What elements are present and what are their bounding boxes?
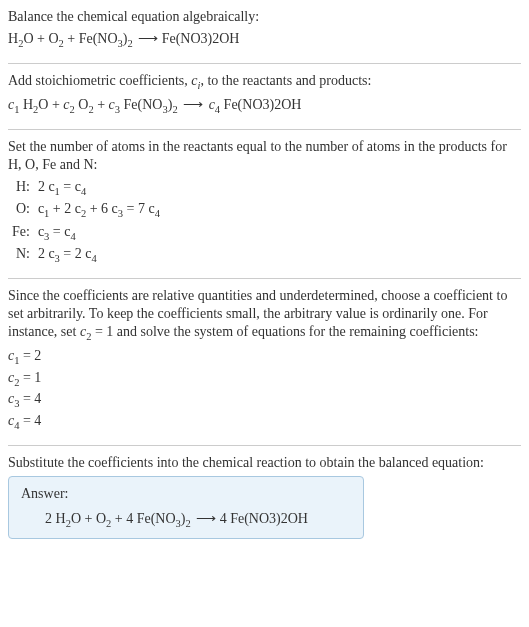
eq-part: + 6 c — [86, 201, 118, 216]
eq-part: + 2 c — [49, 201, 81, 216]
eq-part: Fe(NO3)2OH — [220, 97, 301, 112]
row-label: N: — [12, 245, 30, 265]
row-eq: c1 + 2 c2 + 6 c3 = 7 c4 — [38, 200, 521, 220]
row-label: H: — [12, 178, 30, 198]
section-stoichiometric: Add stoichiometric coefficients, ci, to … — [8, 63, 521, 125]
eq-arrow: ⟶ — [178, 97, 209, 112]
eq-sub: 2 — [185, 517, 190, 528]
eq-part: 2 c — [38, 246, 55, 261]
eq-sub: 2 — [127, 38, 132, 49]
eq-part: O + O — [23, 31, 58, 46]
section-answer: Substitute the coefficients into the che… — [8, 445, 521, 547]
eq-part: + 4 Fe(NO — [111, 511, 175, 526]
eq-sub: 2 — [172, 104, 177, 115]
eq-part: + — [94, 97, 109, 112]
coef-row: c2 = 1 — [8, 369, 521, 389]
eq-part: 2 H — [45, 511, 66, 526]
eq-part: Fe(NO — [120, 97, 162, 112]
text-part: Add stoichiometric coefficients, — [8, 73, 191, 88]
coef-value: = 1 — [19, 370, 41, 385]
eq-part: + Fe(NO — [64, 31, 118, 46]
row-eq: 2 c3 = 2 c4 — [38, 245, 521, 265]
eq-part: = 2 — [60, 246, 85, 261]
atom-equations-table: H: 2 c1 = c4 O: c1 + 2 c2 + 6 c3 = 7 c4 … — [12, 178, 521, 266]
section-atom-balance: Set the number of atoms in the reactants… — [8, 129, 521, 274]
eq-part: = — [49, 224, 64, 239]
coef-value: = 4 — [19, 391, 41, 406]
eq-part: 2 c — [38, 179, 55, 194]
row-eq: c3 = c4 — [38, 223, 521, 243]
atom-balance-intro: Set the number of atoms in the reactants… — [8, 138, 521, 174]
section-solve: Since the coefficients are relative quan… — [8, 278, 521, 442]
eq-sub: 4 — [81, 186, 86, 197]
row-label: O: — [12, 200, 30, 220]
coefficient-list: c1 = 2 c2 = 1 c3 = 4 c4 = 4 — [8, 347, 521, 432]
substitute-text: Substitute the coefficients into the che… — [8, 454, 521, 472]
answer-box: Answer: 2 H2O + O2 + 4 Fe(NO3)2 ⟶ 4 Fe(N… — [8, 476, 364, 539]
row-label: Fe: — [12, 223, 30, 243]
eq-sub: 4 — [155, 208, 160, 219]
coef-value: = 2 — [19, 348, 41, 363]
coef-row: c3 = 4 — [8, 390, 521, 410]
unbalanced-equation: H2O + O2 + Fe(NO3)2 ⟶ Fe(NO3)2OH — [8, 30, 521, 50]
eq-sub: 4 — [70, 231, 75, 242]
eq-part: O — [75, 97, 89, 112]
solve-text: Since the coefficients are relative quan… — [8, 287, 521, 344]
section-problem: Balance the chemical equation algebraica… — [8, 8, 521, 59]
coef-row: c1 = 2 — [8, 347, 521, 367]
balanced-equation: 2 H2O + O2 + 4 Fe(NO3)2 ⟶ 4 Fe(NO3)2OH — [21, 510, 351, 530]
coef-value: = 4 — [19, 413, 41, 428]
eq-part: H — [8, 31, 18, 46]
eq-part: O + O — [71, 511, 106, 526]
text-part: , to the reactants and products: — [200, 73, 371, 88]
answer-label: Answer: — [21, 485, 351, 503]
eq-arrow: ⟶ Fe(NO3)2OH — [133, 31, 242, 46]
row-eq: 2 c1 = c4 — [38, 178, 521, 198]
eq-part: = 7 c — [123, 201, 155, 216]
coef-equation: c1 H2O + c2 O2 + c3 Fe(NO3)2 ⟶ c4 Fe(NO3… — [8, 96, 521, 116]
problem-title: Balance the chemical equation algebraica… — [8, 8, 521, 26]
coef-row: c4 = 4 — [8, 412, 521, 432]
eq-part: = — [60, 179, 75, 194]
eq-sub: 4 — [91, 253, 96, 264]
text-part: = 1 and solve the system of equations fo… — [91, 324, 478, 339]
stoich-title: Add stoichiometric coefficients, ci, to … — [8, 72, 521, 92]
eq-part: O + — [38, 97, 63, 112]
eq-arrow: ⟶ 4 Fe(NO3)2OH — [191, 511, 310, 526]
eq-part: H — [19, 97, 33, 112]
